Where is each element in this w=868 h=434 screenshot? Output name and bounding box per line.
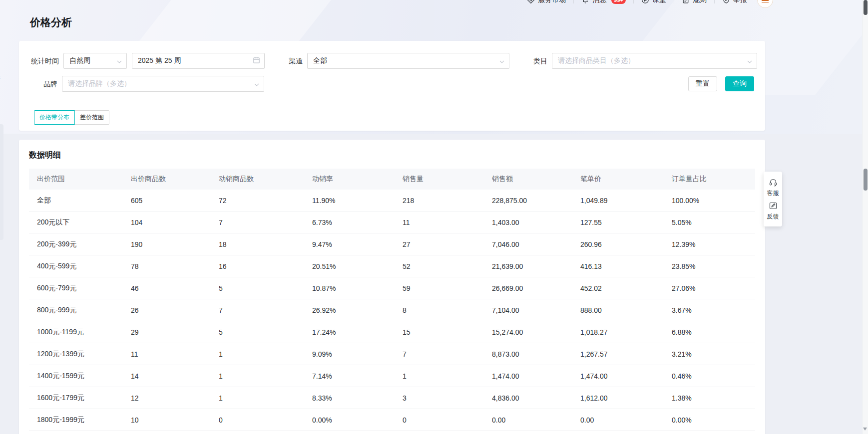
- table-cell: 11: [395, 218, 484, 226]
- channel-value: 全部: [313, 56, 327, 65]
- tab-price-band-distribution[interactable]: 价格带分布: [34, 110, 75, 125]
- table-cell: 10: [123, 416, 211, 424]
- nav-item-label: 服务市场: [538, 0, 566, 4]
- table-cell: 26: [123, 306, 211, 314]
- table-cell: 27.06%: [664, 284, 755, 292]
- scrollbar-thumb[interactable]: [864, 169, 868, 191]
- table-row: 全部6057211.90%218228,875.001,049.89100.00…: [29, 190, 755, 212]
- table-cell: 5.05%: [664, 218, 755, 226]
- table-row: 200元以下10476.73%111,403.00127.555.05%: [29, 212, 755, 233]
- column-header: 销售量: [395, 175, 484, 184]
- column-header: 订单量占比: [664, 175, 755, 184]
- table-cell: 1: [211, 372, 304, 380]
- nav-divider: [633, 0, 634, 3]
- table-cell: 14: [123, 372, 211, 380]
- table-cell: 11.90%: [304, 197, 395, 205]
- time-filter-label: 统计时间: [31, 53, 59, 69]
- table-cell: 7: [395, 350, 484, 358]
- column-header: 动销率: [304, 175, 395, 184]
- table-cell: 228,875.00: [484, 197, 572, 205]
- table-cell: 0: [395, 416, 484, 424]
- nav-item-label: 课堂: [652, 0, 666, 4]
- nav-item-report[interactable]: 举报: [722, 0, 747, 4]
- table-cell: 600元-799元: [29, 284, 123, 293]
- table-cell: 59: [395, 284, 484, 292]
- nav-item-bell[interactable]: 消息99+: [581, 0, 626, 4]
- table-cell: 8: [395, 306, 484, 314]
- table-cell: 7.14%: [304, 372, 395, 380]
- table-cell: 260.96: [572, 240, 664, 248]
- customer-service-label: 客服: [767, 189, 779, 198]
- assist-float-widget: 客服 反馈: [764, 172, 782, 226]
- table-cell: 1,018.27: [572, 328, 664, 336]
- table-cell: 200元以下: [29, 218, 123, 227]
- reset-button[interactable]: 重置: [688, 76, 717, 91]
- table-cell: 11: [123, 350, 211, 358]
- avatar[interactable]: [757, 0, 773, 8]
- table-cell: 190: [123, 240, 211, 248]
- table-cell: 8,873.00: [484, 350, 572, 358]
- rules-icon: [682, 0, 690, 4]
- top-navbar: 服务市场消息99+课堂规则举报: [527, 0, 773, 7]
- scrollbar-down-arrow-icon[interactable]: [863, 428, 867, 433]
- table-cell: 800元-999元: [29, 306, 123, 315]
- left-rail-scrollbar[interactable]: [0, 124, 3, 240]
- brand-select[interactable]: 请选择品牌（多选）: [62, 76, 264, 92]
- category-select[interactable]: 请选择商品类目（多选）: [552, 53, 757, 69]
- table-cell: 0.00: [484, 416, 572, 424]
- table-cell: 52: [395, 262, 484, 270]
- brand-placeholder: 请选择品牌（多选）: [68, 79, 131, 88]
- chevron-down-icon: [499, 57, 504, 65]
- nav-item-service-market[interactable]: 服务市场: [527, 0, 566, 4]
- table-cell: 1.38%: [664, 394, 755, 402]
- table-cell: 5: [211, 328, 304, 336]
- page-root: 服务市场消息99+课堂规则举报 价格分析 统计时间 自然周 2025 第 25 …: [0, 0, 868, 434]
- table-cell: 1,403.00: [484, 218, 572, 226]
- table-cell: 26,669.00: [484, 284, 572, 292]
- tab-price-diff-range[interactable]: 差价范围: [74, 110, 109, 125]
- chevron-down-icon: [254, 80, 259, 88]
- week-picker[interactable]: 2025 第 25 周: [132, 53, 265, 69]
- nav-item-label: 消息: [592, 0, 606, 4]
- table-cell: 0.46%: [664, 372, 755, 380]
- sidebar-collapse-chevron-icon[interactable]: ‹: [0, 73, 0, 80]
- table-cell: 全部: [29, 196, 123, 205]
- classroom-icon: [641, 0, 649, 4]
- table-cell: 0: [211, 416, 304, 424]
- time-type-select[interactable]: 自然周: [63, 53, 127, 69]
- table-cell: 72: [211, 197, 304, 205]
- table-header-row: 出价范围出价商品数动销商品数动销率销售量销售额笔单价订单量占比: [29, 169, 755, 190]
- table-cell: 100.00%: [664, 197, 755, 205]
- nav-item-classroom[interactable]: 课堂: [641, 0, 666, 4]
- chevron-down-icon: [747, 57, 752, 65]
- table-cell: 1,267.57: [572, 350, 664, 358]
- table-cell: 7,046.00: [484, 240, 572, 248]
- table-cell: 104: [123, 218, 211, 226]
- table-row: 1000元-1199元29517.24%1515,274.001,018.276…: [29, 321, 755, 343]
- bell-icon: [581, 0, 589, 4]
- search-button[interactable]: 查询: [725, 76, 754, 91]
- table-cell: 18: [211, 240, 304, 248]
- nav-item-rules[interactable]: 规则: [682, 0, 707, 4]
- table-cell: 3.67%: [664, 306, 755, 314]
- table-cell: 4,836.00: [484, 394, 572, 402]
- table-cell: 9.47%: [304, 240, 395, 248]
- week-picker-value: 2025 第 25 周: [138, 56, 181, 65]
- detail-table: 出价范围出价商品数动销商品数动销率销售量销售额笔单价订单量占比 全部605721…: [29, 169, 755, 431]
- table-cell: 15,274.00: [484, 328, 572, 336]
- scrollbar-top-thumb[interactable]: [864, 0, 868, 15]
- feedback-button[interactable]: 反馈: [767, 201, 779, 221]
- table-cell: 26.92%: [304, 306, 395, 314]
- table-cell: 1,474.00: [572, 372, 664, 380]
- table-row: 800元-999元26726.92%87,104.00888.003.67%: [29, 299, 755, 321]
- table-cell: 0.00%: [664, 416, 755, 424]
- column-header: 出价范围: [29, 175, 123, 184]
- table-cell: 17.24%: [304, 328, 395, 336]
- customer-service-button[interactable]: 客服: [767, 178, 779, 198]
- table-row: 1600元-1799元1218.33%34,836.001,612.001.38…: [29, 387, 755, 409]
- category-placeholder: 请选择商品类目（多选）: [558, 56, 635, 65]
- table-cell: 15: [395, 328, 484, 336]
- table-cell: 400元-599元: [29, 262, 123, 271]
- channel-select[interactable]: 全部: [307, 53, 509, 69]
- page-scrollbar[interactable]: [862, 0, 868, 434]
